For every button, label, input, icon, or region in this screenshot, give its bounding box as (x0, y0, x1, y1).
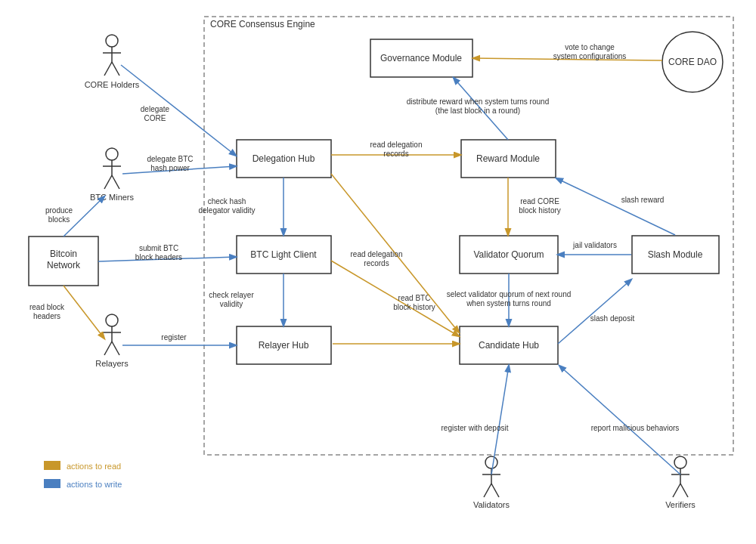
svg-line-23 (673, 484, 680, 497)
legend-read-swatch (44, 461, 60, 470)
core-consensus-label: CORE Consensus Engine (210, 19, 315, 29)
vote-change-label2: system configurations (553, 52, 627, 60)
check-relayer-label2: validity (220, 300, 243, 308)
distribute-reward-label: distribute reward when system turns roun… (407, 97, 549, 106)
svg-point-15 (485, 456, 497, 468)
btc-miners-actor (103, 148, 121, 189)
bitcoin-network-label2: Network (47, 260, 81, 270)
svg-point-0 (106, 35, 118, 47)
validator-quorum-label: Validator Quorum (473, 249, 544, 260)
read-del-records-1-label2: records (383, 150, 408, 158)
relayers-actor (103, 314, 121, 355)
register-label: register (161, 333, 187, 342)
read-block-headers-label: read block (29, 303, 65, 311)
validators-label: Validators (473, 500, 510, 509)
architecture-diagram: CORE Consensus Engine Governance Module … (0, 0, 756, 544)
svg-line-8 (104, 175, 112, 189)
check-relayer-label: check relayer (209, 291, 254, 299)
select-validator-label2: when system turns round (466, 299, 551, 308)
svg-line-9 (112, 175, 119, 189)
bitcoin-network-label: Bitcoin (50, 249, 77, 259)
svg-point-10 (106, 314, 118, 326)
core-holders-actor (103, 35, 121, 76)
legend-write-label: actions to write (67, 480, 122, 489)
verifiers-actor (671, 456, 689, 497)
distribute-reward-label2: (the last block in a round) (435, 107, 520, 115)
submit-btc-label2: block headers (135, 253, 182, 261)
governance-module-label: Governance Module (380, 53, 462, 63)
check-hash-label2: delegator validity (198, 206, 255, 215)
svg-line-18 (484, 484, 491, 497)
relayer-hub-label: Relayer Hub (259, 340, 309, 351)
register-deposit-arrow (491, 366, 509, 474)
relayers-label: Relayers (95, 359, 129, 368)
delegate-core-arrow (121, 65, 236, 156)
delegate-core-label: delegate (141, 105, 170, 113)
select-validator-label: select validator quorum of next round (447, 290, 572, 298)
svg-point-20 (674, 456, 686, 468)
slash-reward-arrow (556, 178, 675, 235)
read-core-history-label: read CORE (520, 197, 559, 206)
register-deposit-label: register with deposit (442, 424, 509, 432)
slash-deposit-arrow (558, 280, 631, 344)
candidate-hub-label: Candidate Hub (479, 340, 539, 351)
jail-validators-label: jail validators (572, 241, 617, 249)
svg-point-5 (106, 148, 118, 160)
read-del-records-2-label2: records (364, 259, 389, 267)
produce-blocks-label2: blocks (48, 215, 70, 224)
legend-read-label: actions to read (67, 462, 121, 471)
legend-write-swatch (44, 479, 60, 488)
core-dao-label: CORE DAO (668, 57, 717, 67)
delegation-hub-label: Delegation Hub (253, 153, 315, 164)
btc-light-client-label: BTC Light Client (250, 249, 317, 260)
read-del-records-1-label: read delegation (370, 141, 423, 149)
verifiers-label: Verifiers (665, 500, 696, 509)
produce-blocks-label: produce (45, 206, 73, 215)
read-del-records-2-label: read delegation (351, 250, 403, 258)
slash-module-label: Slash Module (648, 249, 703, 260)
read-btc-history-label: read BTC (398, 294, 431, 302)
read-btc-history-arrow (331, 261, 459, 336)
vote-change-label: vote to change (565, 43, 615, 51)
core-holders-label: CORE Holders (85, 80, 140, 89)
slash-deposit-label: slash deposit (590, 314, 635, 323)
report-malicious-arrow (559, 366, 680, 474)
svg-line-24 (680, 484, 688, 497)
slash-reward-label: slash reward (621, 196, 665, 204)
svg-line-4 (112, 62, 119, 76)
delegate-btc-label2: hash power (150, 164, 190, 172)
read-core-history-label2: block history (519, 206, 561, 215)
svg-line-14 (112, 342, 119, 355)
read-block-headers-arrow (64, 286, 104, 338)
check-hash-label: check hash (208, 197, 246, 206)
read-btc-history-label2: block history (393, 303, 435, 311)
submit-btc-label: submit BTC (139, 244, 178, 252)
report-malicious-label: report malicious behaviors (591, 424, 680, 432)
delegate-core-label2: CORE (144, 114, 166, 122)
validators-actor (482, 456, 500, 497)
delegate-btc-label: delegate BTC (147, 155, 193, 163)
svg-line-3 (104, 62, 112, 76)
read-block-headers-label2: headers (33, 312, 60, 320)
btc-miners-label: BTC Miners (90, 193, 135, 202)
svg-line-13 (104, 342, 112, 355)
svg-line-19 (491, 484, 499, 497)
reward-module-label: Reward Module (476, 153, 540, 164)
